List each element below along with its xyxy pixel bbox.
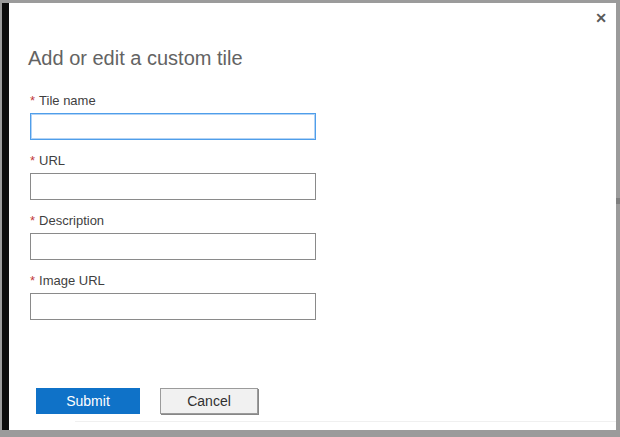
field-label-image-url: *Image URL — [30, 274, 105, 288]
url-input[interactable] — [30, 173, 316, 200]
submit-button[interactable]: Submit — [36, 388, 140, 414]
close-icon[interactable]: ✕ — [592, 9, 610, 27]
cancel-button[interactable]: Cancel — [160, 388, 258, 414]
image-url-input[interactable] — [30, 293, 316, 320]
required-asterisk: * — [30, 213, 35, 228]
scrollbar-notch — [616, 198, 620, 204]
page-backdrop-strip — [2, 3, 9, 430]
field-label-text: URL — [39, 153, 65, 168]
required-asterisk: * — [30, 93, 35, 108]
tile-name-input[interactable] — [30, 113, 316, 140]
field-label-description: *Description — [30, 214, 104, 228]
field-label-url: *URL — [30, 154, 65, 168]
dialog-title: Add or edit a custom tile — [28, 47, 243, 70]
description-input[interactable] — [30, 233, 316, 260]
screenshot-frame: ✕ Add or edit a custom tile *Tile name *… — [0, 0, 620, 437]
background-page-line — [75, 421, 616, 422]
field-label-text: Image URL — [39, 273, 105, 288]
field-label-text: Description — [39, 213, 104, 228]
required-asterisk: * — [30, 153, 35, 168]
field-label-text: Tile name — [39, 93, 96, 108]
required-asterisk: * — [30, 273, 35, 288]
field-label-tile-name: *Tile name — [30, 94, 96, 108]
add-custom-tile-dialog: ✕ Add or edit a custom tile *Tile name *… — [9, 3, 616, 430]
